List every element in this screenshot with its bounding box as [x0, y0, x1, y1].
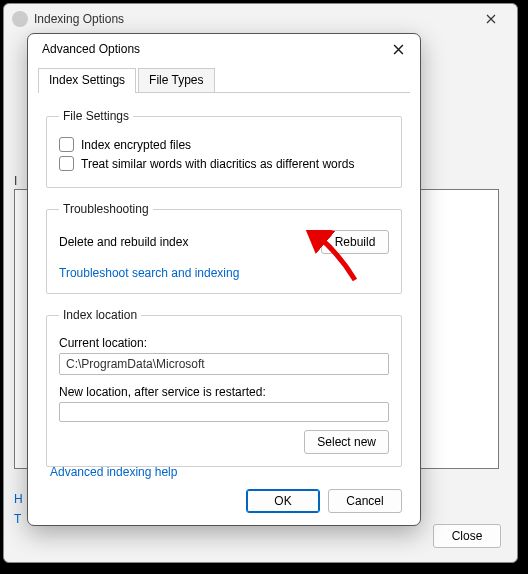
index-encrypted-label[interactable]: Index encrypted files	[81, 138, 191, 152]
new-location-field[interactable]	[59, 402, 389, 422]
rebuild-text: Delete and rebuild index	[59, 235, 188, 249]
tab-index-settings[interactable]: Index Settings	[38, 68, 136, 93]
back-close-button[interactable]	[471, 8, 511, 30]
rebuild-button[interactable]: Rebuild	[321, 230, 389, 254]
advanced-options-dialog: Advanced Options Index Settings File Typ…	[27, 33, 421, 526]
index-location-legend: Index location	[59, 308, 141, 322]
current-location-field[interactable]: C:\ProgramData\Microsoft	[59, 353, 389, 375]
diacritics-checkbox[interactable]	[59, 156, 74, 171]
tab-panel: File Settings Index encrypted files Trea…	[28, 93, 420, 491]
current-location-label: Current location:	[59, 336, 389, 350]
dialog-title: Advanced Options	[42, 42, 384, 56]
back-list-label: I	[14, 174, 17, 188]
diacritics-label[interactable]: Treat similar words with diacritics as d…	[81, 157, 354, 171]
select-new-button[interactable]: Select new	[304, 430, 389, 454]
file-settings-legend: File Settings	[59, 109, 133, 123]
troubleshoot-link[interactable]: Troubleshoot search and indexing	[59, 266, 239, 280]
troubleshooting-legend: Troubleshooting	[59, 202, 153, 216]
back-window-title: Indexing Options	[34, 12, 124, 26]
dialog-footer: OK Cancel	[246, 489, 402, 513]
tab-file-types[interactable]: File Types	[138, 68, 214, 92]
file-settings-group: File Settings Index encrypted files Trea…	[46, 109, 402, 188]
advanced-help-link[interactable]: Advanced indexing help	[50, 465, 177, 479]
dialog-titlebar: Advanced Options	[28, 34, 420, 64]
index-location-group: Index location Current location: C:\Prog…	[46, 308, 402, 467]
back-titlebar: Indexing Options	[4, 4, 517, 34]
tab-strip: Index Settings File Types	[38, 68, 410, 93]
index-encrypted-checkbox[interactable]	[59, 137, 74, 152]
cancel-button[interactable]: Cancel	[328, 489, 402, 513]
indexing-icon	[12, 11, 28, 27]
back-link-t[interactable]: T	[14, 512, 21, 526]
ok-button[interactable]: OK	[246, 489, 320, 513]
troubleshooting-group: Troubleshooting Delete and rebuild index…	[46, 202, 402, 294]
back-link-h[interactable]: H	[14, 492, 23, 506]
back-close-btn[interactable]: Close	[433, 524, 501, 548]
new-location-label: New location, after service is restarted…	[59, 385, 389, 399]
close-button[interactable]	[384, 35, 412, 63]
